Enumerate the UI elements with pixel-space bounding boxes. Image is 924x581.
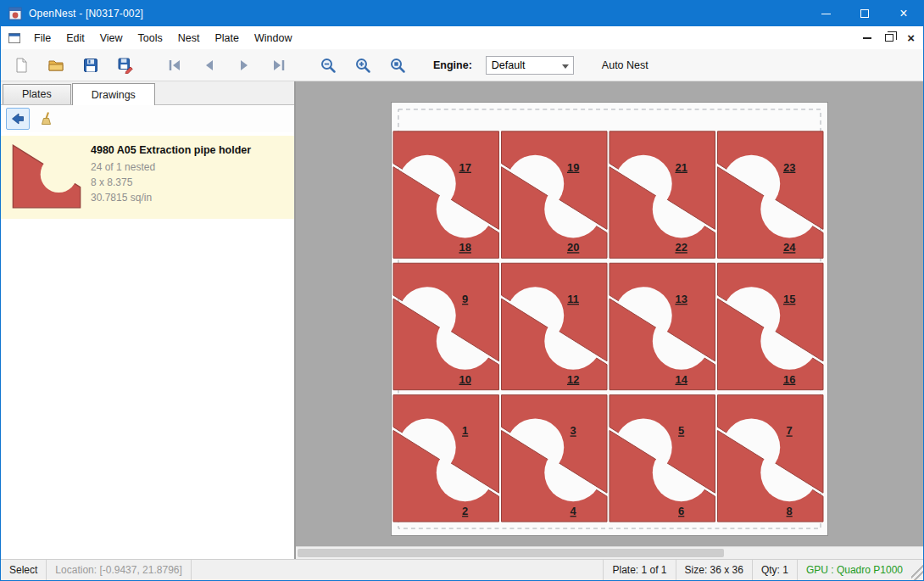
- status-qty: Qty: 1: [752, 560, 797, 580]
- close-button[interactable]: ×: [884, 1, 923, 26]
- zoom-fit-icon: [389, 57, 406, 74]
- menu-tools[interactable]: Tools: [131, 28, 170, 48]
- zoom-fit-button[interactable]: [384, 53, 411, 78]
- minimize-button[interactable]: [806, 1, 845, 26]
- next-plate-button[interactable]: [231, 53, 258, 78]
- clear-button[interactable]: [35, 108, 58, 130]
- last-plate-button[interactable]: [265, 53, 292, 78]
- part-number[interactable]: 8: [787, 505, 793, 517]
- part-number[interactable]: 7: [787, 424, 793, 437]
- zoom-in-button[interactable]: [349, 53, 376, 78]
- mdi-restore-button[interactable]: [885, 34, 893, 42]
- part-pair[interactable]: 3 4: [502, 395, 608, 522]
- plate-sheet[interactable]: 17 18 19 20 21 22 23 24 9 10 11 12: [391, 102, 828, 536]
- nest-canvas[interactable]: 17 18 19 20 21 22 23 24 9 10 11 12: [296, 81, 923, 559]
- part-number[interactable]: 10: [459, 373, 470, 386]
- open-button[interactable]: [42, 53, 70, 78]
- first-plate-button[interactable]: [161, 53, 188, 78]
- minimize-icon: [821, 14, 831, 14]
- part-pair[interactable]: 19 20: [502, 131, 608, 258]
- main-toolbar: Engine: Default Auto Nest: [1, 49, 923, 81]
- drawings-toolbar: [1, 105, 294, 132]
- part-number[interactable]: 5: [678, 424, 684, 437]
- part-number[interactable]: 15: [783, 293, 795, 305]
- part-number[interactable]: 4: [571, 505, 577, 517]
- previous-icon: [201, 57, 218, 74]
- drawing-area: 30.7815 sq/in: [91, 190, 251, 205]
- engine-group: Engine: Default Auto Nest: [433, 56, 654, 75]
- part-pair[interactable]: 23 24: [718, 131, 824, 258]
- part-number[interactable]: 18: [459, 241, 470, 254]
- menu-bar: File Edit View Tools Nest Plate Window ×: [1, 26, 923, 49]
- part-number[interactable]: 23: [783, 161, 795, 174]
- save-as-button[interactable]: [112, 53, 139, 78]
- last-icon: [270, 57, 287, 74]
- part-number[interactable]: 6: [678, 505, 684, 517]
- menu-nest[interactable]: Nest: [170, 28, 208, 48]
- status-location: Location: [-0.9437, 21.8796]: [47, 560, 191, 580]
- drawing-info: 4980 A05 Extraction pipe holder 24 of 1 …: [86, 142, 251, 210]
- status-plate: Plate: 1 of 1: [603, 560, 675, 580]
- menu-edit[interactable]: Edit: [58, 28, 92, 48]
- status-mode: Select: [1, 560, 47, 580]
- tab-plates[interactable]: Plates: [3, 84, 71, 104]
- drawing-nested-count: 24 of 1 nested: [91, 159, 251, 175]
- scrollbar-thumb[interactable]: [298, 549, 724, 557]
- menu-file[interactable]: File: [26, 28, 58, 48]
- menu-plate[interactable]: Plate: [207, 28, 247, 48]
- drawing-size: 8 x 8.375: [91, 175, 251, 190]
- tab-drawings[interactable]: Drawings: [72, 83, 155, 105]
- maximize-icon: [860, 9, 869, 18]
- auto-nest-button[interactable]: Auto Nest: [597, 56, 654, 75]
- title-bar[interactable]: OpenNest - [N0317-002] ×: [1, 1, 923, 26]
- part-pair[interactable]: 5 6: [610, 395, 715, 522]
- menu-view[interactable]: View: [92, 28, 131, 48]
- part-pair[interactable]: 17 18: [393, 131, 499, 258]
- zoom-out-icon: [320, 57, 337, 74]
- part-pair[interactable]: 13 14: [610, 263, 715, 389]
- engine-select[interactable]: Default: [486, 56, 574, 75]
- mdi-window-controls: ×: [863, 31, 923, 44]
- engine-value: Default: [492, 59, 526, 71]
- part-pair[interactable]: 21 22: [610, 131, 715, 258]
- part-pair[interactable]: 11 12: [502, 263, 608, 389]
- part-pair[interactable]: 1 2: [393, 395, 499, 522]
- part-number[interactable]: 16: [783, 373, 795, 386]
- previous-plate-button[interactable]: [196, 53, 223, 78]
- mdi-minimize-button[interactable]: [863, 37, 871, 39]
- plate-canvas[interactable]: 17 18 19 20 21 22 23 24 9 10 11 12: [392, 103, 827, 535]
- maximize-button[interactable]: [845, 1, 884, 26]
- part-number[interactable]: 21: [675, 161, 687, 174]
- part-number[interactable]: 9: [462, 293, 468, 305]
- part-pair[interactable]: 15 16: [718, 263, 824, 389]
- part-number[interactable]: 14: [675, 373, 687, 386]
- part-number[interactable]: 1: [462, 424, 468, 437]
- save-button[interactable]: [77, 53, 104, 78]
- mdi-close-button[interactable]: ×: [907, 31, 915, 44]
- new-file-icon: [13, 57, 30, 74]
- zoom-out-button[interactable]: [314, 53, 342, 78]
- part-number[interactable]: 20: [567, 241, 579, 254]
- drawing-list-item[interactable]: 4980 A05 Extraction pipe holder 24 of 1 …: [1, 136, 294, 219]
- next-icon: [236, 57, 253, 74]
- resize-grip[interactable]: [911, 560, 923, 580]
- open-folder-icon: [47, 57, 64, 74]
- part-number[interactable]: 2: [462, 505, 468, 517]
- part-pair[interactable]: 9 10: [393, 263, 499, 389]
- horizontal-scrollbar[interactable]: [296, 546, 923, 559]
- new-button[interactable]: [8, 53, 35, 78]
- part-number[interactable]: 19: [567, 161, 579, 174]
- part-number[interactable]: 12: [567, 373, 579, 386]
- sidebar: Plates Drawings: [1, 81, 296, 559]
- menu-window[interactable]: Window: [247, 28, 299, 48]
- part-number[interactable]: 17: [459, 161, 470, 174]
- return-part-button[interactable]: [6, 108, 30, 130]
- part-pair[interactable]: 7 8: [718, 395, 824, 522]
- part-number[interactable]: 11: [567, 293, 579, 305]
- part-number[interactable]: 24: [783, 241, 796, 254]
- part-number[interactable]: 3: [571, 424, 576, 437]
- part-number[interactable]: 13: [675, 293, 687, 305]
- part-number[interactable]: 22: [675, 241, 687, 254]
- content-area: Plates Drawings: [1, 81, 923, 559]
- blue-arrow-icon: [10, 111, 25, 126]
